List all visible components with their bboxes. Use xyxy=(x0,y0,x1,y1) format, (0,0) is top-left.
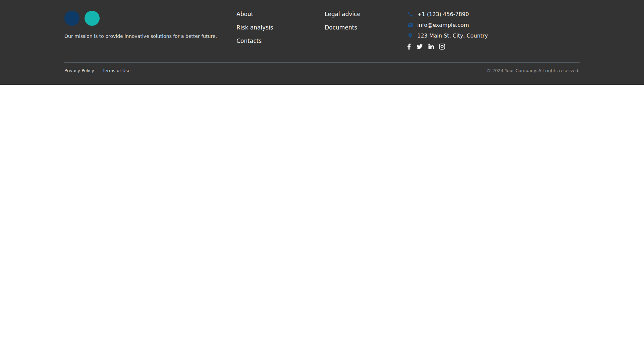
contact-address-row: 123 Main St, City, Country xyxy=(407,32,580,39)
nav-link-risk-analysis[interactable]: Risk analysis xyxy=(236,25,325,31)
footer-top-section: Our mission is to provide innovative sol… xyxy=(64,11,580,52)
privacy-policy-link[interactable]: Privacy Policy xyxy=(64,68,94,73)
nav-link-legal-advice[interactable]: Legal advice xyxy=(325,11,407,17)
nav-link-documents[interactable]: Documents xyxy=(325,25,407,31)
logo-circle-teal xyxy=(85,11,100,26)
twitter-icon[interactable] xyxy=(416,44,423,50)
linkedin-icon[interactable] xyxy=(428,44,434,50)
email-icon xyxy=(407,22,413,28)
footer-nav-column-2: Legal advice Documents xyxy=(325,11,407,38)
copyright-notice: © 2024 Your Company. All rights reserved… xyxy=(487,68,580,73)
mission-statement: Our mission is to provide innovative sol… xyxy=(64,33,236,40)
nav-link-contacts[interactable]: Contacts xyxy=(236,38,325,44)
legal-links: Privacy Policy Terms of Use xyxy=(64,68,130,73)
nav-link-about[interactable]: About xyxy=(236,11,325,17)
logo-circle-navy xyxy=(64,11,79,26)
company-logo xyxy=(64,11,236,26)
terms-of-use-link[interactable]: Terms of Use xyxy=(103,68,130,73)
site-footer: Our mission is to provide innovative sol… xyxy=(0,0,644,85)
contact-phone-row: +1 (123) 456-7890 xyxy=(407,11,580,17)
instagram-icon[interactable] xyxy=(439,43,445,50)
footer-bottom-bar: Privacy Policy Terms of Use © 2024 Your … xyxy=(64,63,580,73)
phone-icon xyxy=(407,11,413,17)
contact-email-row: info@example.com xyxy=(407,21,580,28)
page-body-empty xyxy=(0,85,644,362)
location-pin-icon xyxy=(407,33,413,39)
contact-block: +1 (123) 456-7890 info@example.com 123 M… xyxy=(407,11,580,50)
phone-number[interactable]: +1 (123) 456-7890 xyxy=(417,11,469,17)
facebook-icon[interactable] xyxy=(407,43,411,50)
email-address[interactable]: info@example.com xyxy=(417,22,469,28)
footer-container: Our mission is to provide innovative sol… xyxy=(64,0,580,73)
brand-block: Our mission is to provide innovative sol… xyxy=(64,11,236,40)
street-address: 123 Main St, City, Country xyxy=(417,33,488,39)
social-links-row xyxy=(407,43,580,50)
footer-nav-column-1: About Risk analysis Contacts xyxy=(236,11,325,52)
